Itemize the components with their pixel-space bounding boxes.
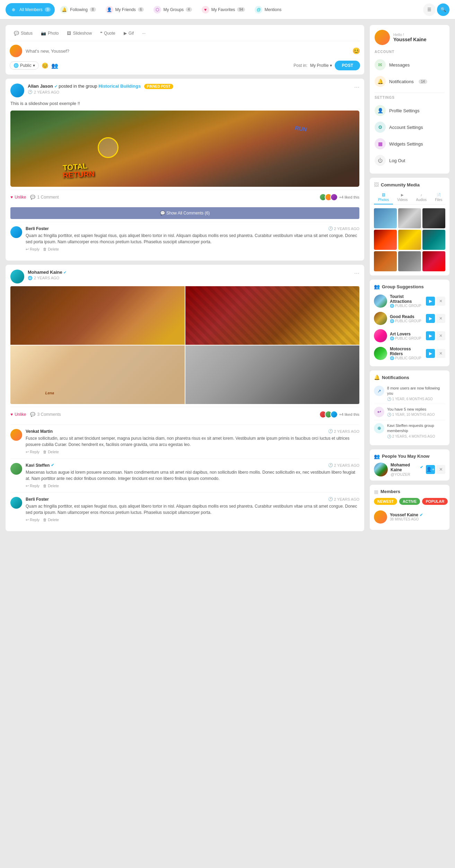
trash-icon: 🗑 [43, 450, 47, 454]
reply-icon: ↩ [26, 450, 29, 454]
post1-show-comments[interactable]: 💬 Show All Comments (6) [10, 207, 359, 219]
notif-text: You have 5 new replies [387, 407, 435, 412]
sidebar-item-account-settings[interactable]: ⚙ Account Settings [375, 119, 445, 135]
audios-tab-icon: ♪ [420, 193, 422, 197]
good-reads-dismiss-button[interactable]: ✕ [436, 314, 445, 323]
media-tab-files[interactable]: 📄 Files [431, 191, 446, 204]
sidebar-item-profile-settings[interactable]: 👤 Profile Settings [375, 102, 445, 119]
sidebar-item-messages[interactable]: ✉ Messages [375, 56, 445, 73]
composer-tab-quote[interactable]: ❝ Quote [96, 29, 120, 37]
media-tab-audios[interactable]: ♪ Audios [412, 191, 431, 204]
nav-tab-my-groups[interactable]: ⬡ My Groups 4 [149, 3, 196, 16]
nav-tab-my-favorites[interactable]: ♥ My Favorites 94 [198, 3, 250, 16]
media-thumb[interactable] [398, 230, 421, 250]
post2-image-3: Lena [10, 345, 185, 404]
composer-emoji-button[interactable]: 😊 [352, 47, 360, 55]
members-card: ▦ Members NEWEST ACTIVE POPULAR Youssef … [370, 485, 449, 530]
post1-comment-button[interactable]: 💬 1 Comment [30, 195, 59, 200]
post1-group-link[interactable]: Historical Buildings [98, 84, 141, 89]
comment-text: Fusce sollicitudin, arcu sit amet tincid… [26, 435, 359, 448]
notifications-count: 14 [419, 79, 427, 84]
sidebar-item-log-out[interactable]: ⏻ Log Out [375, 152, 445, 169]
tourist-group-avatar [374, 295, 387, 308]
feed-post-1: Allan Jason ✔ posted in the group Histor… [6, 79, 364, 261]
person-add-button[interactable]: 👤+ [426, 465, 435, 474]
composer-input[interactable] [26, 49, 349, 54]
nav-tab-all-members[interactable]: ⊕ All Members 9 [6, 3, 55, 16]
post1-unlike-button[interactable]: ♥ Unlike [10, 195, 26, 200]
tourist-group-name: Tourist Attractions [390, 294, 423, 304]
post2-more-button[interactable]: ··· [354, 270, 359, 277]
good-reads-join-button[interactable]: ▶ [426, 314, 435, 323]
comment-item: Kavi Steffen ✔ 🕐 2 YEARS AGO Maecenas lu… [10, 458, 359, 492]
nav-search-button[interactable]: 🔍 [437, 3, 449, 16]
comment-delete-button[interactable]: 🗑 Delete [43, 450, 59, 454]
comment-reply-button[interactable]: ↩ Reply [26, 484, 40, 488]
motocross-join-button[interactable]: ▶ [426, 349, 435, 358]
comment1-reply-button[interactable]: ↩ Reply [26, 247, 40, 252]
art-lovers-join-button[interactable]: ▶ [426, 331, 435, 340]
post1-pinned-badge: PINNED POST [144, 84, 173, 89]
media-thumb[interactable] [374, 251, 397, 271]
group-item-good-reads: Good Reads 🌐 PUBLIC GROUP ▶ ✕ [374, 310, 445, 327]
comment-delete-button[interactable]: 🗑 Delete [43, 484, 59, 488]
media-thumb[interactable] [398, 208, 421, 228]
media-thumb[interactable] [398, 251, 421, 271]
art-lovers-dismiss-button[interactable]: ✕ [436, 331, 445, 340]
nav-menu-button[interactable]: ☰ [423, 3, 436, 16]
composer-tag-people[interactable]: 👥 [51, 62, 58, 69]
member-name: Youssef Kaine ✔ [390, 512, 445, 517]
media-thumb[interactable] [374, 230, 397, 250]
comment-reply-button[interactable]: ↩ Reply [26, 450, 40, 454]
person-item: Mohamed Kaine ✔ @YOUZER 👤+ ✕ [374, 463, 445, 476]
post2-unlike-button[interactable]: ♥ Unlike [10, 412, 26, 417]
tourist-dismiss-button[interactable]: ✕ [436, 297, 445, 306]
filter-active-button[interactable]: ACTIVE [399, 498, 420, 505]
heart-icon: ♥ [10, 195, 13, 200]
art-lovers-group-name: Art Lovers [390, 332, 423, 336]
composer-tab-photo[interactable]: 📷 Photo [37, 29, 63, 37]
filter-popular-button[interactable]: POPULAR [422, 498, 448, 505]
composer-tab-gif[interactable]: ▶ Gif [120, 29, 138, 37]
globe-icon: 🌐 [28, 276, 33, 280]
person-dismiss-button[interactable]: ✕ [436, 465, 445, 474]
more-icon: ··· [142, 31, 146, 36]
comment-author: Berli Foster [26, 497, 49, 502]
post1-more-button[interactable]: ··· [354, 84, 359, 91]
media-thumb[interactable] [374, 208, 397, 228]
comment1-delete-button[interactable]: 🗑 Delete [43, 247, 59, 252]
nav-tab-following[interactable]: 🔔 Following 8 [56, 3, 100, 16]
composer-tab-slideshow[interactable]: 🖼 Slideshow [63, 29, 96, 37]
composer-tab-more[interactable]: ··· [138, 29, 150, 37]
media-tab-photos[interactable]: 🖼 Photos [374, 191, 393, 204]
post2-like-avatars: +4 liked this [319, 411, 359, 418]
media-thumb[interactable] [422, 208, 445, 228]
post2-comments: Venkat Martin 🕐 2 YEARS AGO Fusce sollic… [10, 424, 359, 526]
comment-reply-button[interactable]: ↩ Reply [26, 518, 40, 522]
nav-tab-my-friends[interactable]: 👤 My Friends 6 [102, 3, 148, 16]
my-profile-dropdown[interactable]: My Profile ▾ [310, 63, 332, 68]
public-icon: 🌐 [390, 356, 394, 360]
post1-time: 2 YEARS AGO [34, 90, 59, 94]
media-thumb[interactable] [422, 251, 445, 271]
motocross-dismiss-button[interactable]: ✕ [436, 349, 445, 358]
media-thumb[interactable] [422, 230, 445, 250]
media-tab-videos[interactable]: ▶ Videos [393, 191, 412, 204]
right-column: Hello ! Youssef Kaine ACCOUNT ✉ Messages… [370, 25, 449, 531]
composer-tab-status[interactable]: 💬 Status [10, 29, 37, 37]
composer-emoji-sm[interactable]: 😊 [42, 62, 49, 69]
comment-delete-button[interactable]: 🗑 Delete [43, 518, 59, 522]
sidebar-item-notifications[interactable]: 🔔 Notifications 14 [375, 73, 445, 90]
gif-icon: ▶ [124, 31, 127, 36]
composer-public-dropdown[interactable]: 🌐 Public ▾ [10, 61, 39, 70]
sidebar-item-widgets-settings[interactable]: ▦ Widgets Settings [375, 135, 445, 152]
post2-comment-button[interactable]: 💬 3 Comments [30, 412, 61, 417]
art-lovers-group-avatar [374, 329, 387, 342]
tourist-join-button[interactable]: ▶ [426, 297, 435, 306]
comment-avatar [10, 429, 22, 441]
nav-tab-mentions[interactable]: @ Mentions [251, 3, 286, 16]
widgets-settings-icon: ▦ [375, 138, 386, 149]
nav-tab-my-favorites-label: My Favorites [211, 7, 235, 12]
filter-newest-button[interactable]: NEWEST [374, 498, 397, 505]
post-button[interactable]: POST [335, 61, 360, 70]
